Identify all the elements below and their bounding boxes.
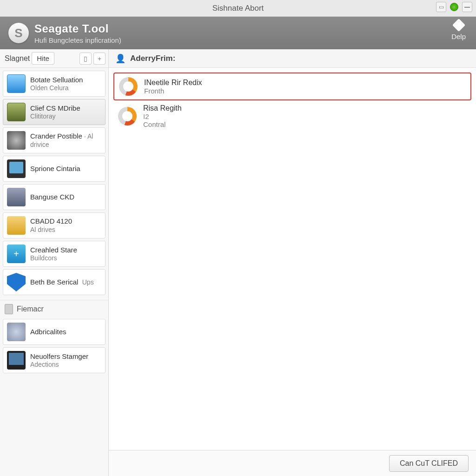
laptop-icon	[7, 351, 26, 370]
gear-icon	[7, 188, 26, 206]
list-view-icon[interactable]: ▯	[79, 53, 92, 65]
window-minimize-button[interactable]: —	[462, 2, 472, 12]
help-button[interactable]: Delp	[451, 20, 466, 40]
sidebar-item-botate[interactable]: Botate SelluationOlden Celura	[3, 71, 106, 97]
sidebar-list: Botate SelluationOlden Celura Clief CS M…	[0, 68, 108, 298]
main-list: INeetile Rir RedixFronth Risa RegithI2Co…	[109, 68, 476, 137]
donut-chart-icon	[119, 77, 138, 96]
add-icon[interactable]: +	[93, 53, 106, 65]
sidebar-item-neuolfers[interactable]: Neuolfers StamgerAdections	[3, 347, 106, 373]
fan-icon	[7, 131, 26, 150]
key-icon	[7, 216, 26, 235]
crumb-chip[interactable]: Hite	[32, 52, 54, 65]
shield-icon	[7, 273, 26, 291]
window-title: Sishnate Abort	[212, 4, 264, 13]
app-header: S Seagate T.ool Hufi Bungcletes inpficra…	[0, 17, 476, 49]
sidebar-item-sprione[interactable]: Sprione Cintaria	[3, 156, 106, 182]
monitor-icon	[7, 74, 26, 93]
tablet-icon	[7, 159, 26, 178]
sidebar: Slagnet Hite ▯ + Botate SelluationOlden …	[0, 49, 109, 476]
sidebar-item-clief[interactable]: Clief CS MDribeClititoray	[3, 99, 106, 125]
app-title: Seagate T.ool	[34, 22, 121, 35]
sidebar-item-cbadd[interactable]: CBADD 4120Al drives	[3, 212, 106, 238]
person-icon: 👤	[115, 53, 126, 64]
drive-stack-icon	[7, 103, 26, 121]
plus-icon: +	[7, 245, 26, 263]
footer-bar: Can CuT CLIFED	[109, 450, 476, 476]
app-logo-icon: S	[8, 23, 29, 43]
donut-chart-icon	[118, 107, 137, 126]
main-panel: 👤 AderryFrim: INeetile Rir RedixFronth R…	[109, 49, 476, 476]
sidebar-section-header[interactable]: Fiemacr	[0, 300, 108, 316]
window-restore-button[interactable]: ▭	[436, 2, 446, 12]
crest-icon	[7, 323, 26, 341]
crumb-label: Slagnet	[3, 54, 30, 63]
app-header-text: Seagate T.ool Hufi Bungcletes inpficrati…	[34, 22, 121, 44]
sidebar-item-adbricalites[interactable]: Adbricalites	[3, 319, 106, 345]
sidebar-item-crander[interactable]: Crander Postible · Al drivice	[3, 127, 106, 153]
main-item-ineetile[interactable]: INeetile Rir RedixFronth	[113, 73, 471, 100]
primary-action-button[interactable]: Can CuT CLIFED	[389, 455, 469, 472]
window-status-icon[interactable]	[450, 3, 458, 11]
section-badge-icon	[5, 304, 13, 314]
help-icon	[452, 19, 465, 32]
sidebar-extra-list: Adbricalites Neuolfers StamgerAdections	[0, 316, 108, 376]
sidebar-item-banguse[interactable]: Banguse CKD	[3, 184, 106, 210]
main-heading-bar: 👤 AderryFrim:	[109, 49, 476, 68]
sidebar-toolbar: Slagnet Hite ▯ +	[0, 49, 108, 68]
window-titlebar: Sishnate Abort ▭ —	[0, 0, 476, 17]
sidebar-item-beth[interactable]: Beth Be Serical Ups	[3, 269, 106, 295]
window-controls: ▭ —	[436, 2, 472, 12]
section-label: Fiemacr	[17, 305, 44, 313]
help-label: Delp	[451, 33, 466, 40]
app-subtitle: Hufi Bungcletes inpficration)	[34, 36, 121, 44]
sidebar-item-creahled[interactable]: + Creahled StareBuildcors	[3, 241, 106, 267]
main-item-risa[interactable]: Risa RegithI2Contral	[113, 100, 471, 132]
main-heading: AderryFrim:	[130, 54, 175, 63]
